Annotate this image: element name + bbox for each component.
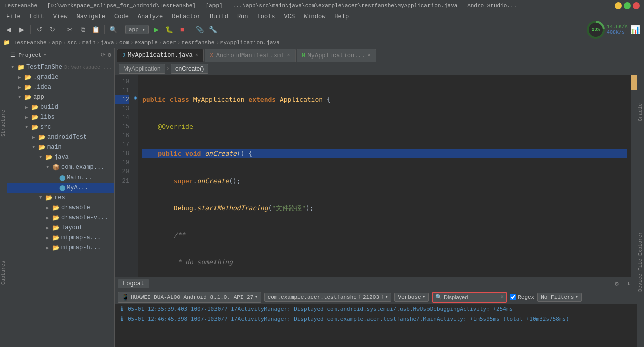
menu-tools[interactable]: Tools <box>253 12 279 21</box>
menu-vcs[interactable]: VCS <box>280 12 299 21</box>
attach-button[interactable]: 📎 <box>194 24 205 35</box>
scrollbar-thumb <box>631 75 637 90</box>
run-config-dropdown[interactable]: app ▾ <box>125 25 149 34</box>
tree-item-idea[interactable]: ▶ 📂 .idea <box>7 82 114 92</box>
tree-item-myapplication[interactable]: ▶ ⬤ MyA... <box>7 183 114 193</box>
tree-item-label: .idea <box>33 84 51 91</box>
network-monitor-button[interactable]: 📊 <box>630 24 641 35</box>
tab-close-myapp2[interactable]: × <box>368 53 371 58</box>
tree-item-mipmap-a[interactable]: ▶ 📂 mipmap-a... <box>7 233 114 243</box>
logcat-content[interactable]: ℹ 05-01 12:35:39.403 1007-1030/? I/Activ… <box>115 304 637 347</box>
tree-item-app[interactable]: ▼ 📂 app <box>7 92 114 102</box>
code-content[interactable]: public class MyApplication extends Appli… <box>138 75 631 277</box>
paste-button[interactable]: 📋 <box>90 24 101 35</box>
menu-help[interactable]: Help <box>330 12 353 21</box>
export-button[interactable]: ⬇ <box>624 279 634 289</box>
tree-item-root[interactable]: ▼ 📁 TestFanShe D:\workspace_... <box>7 62 114 72</box>
tree-item-layout[interactable]: ▶ 📂 layout <box>7 223 114 233</box>
breadcrumb-src[interactable]: src <box>67 40 77 46</box>
editor-scrollbar[interactable] <box>631 75 637 277</box>
search-clear-button[interactable]: × <box>500 294 504 301</box>
tree-item-gradle[interactable]: ▶ 📂 .gradle <box>7 72 114 82</box>
redo-button[interactable]: ↻ <box>47 24 58 35</box>
close-button[interactable] <box>633 2 640 9</box>
regex-checkbox-label[interactable]: Regex <box>510 294 534 300</box>
menu-code[interactable]: Code <box>110 12 133 21</box>
device-selector[interactable]: 📱 HUAWEI DUA-AL00 Android 8.1.0, API 27 … <box>118 292 261 303</box>
tree-item-res[interactable]: ▼ 📂 res <box>7 193 114 203</box>
menu-build[interactable]: Build <box>206 12 232 21</box>
tab-myapplication[interactable]: J MyApplication.java × <box>117 49 204 62</box>
search-filter-input[interactable] <box>444 294 499 300</box>
gradle-panel-label[interactable]: Gradle <box>638 101 643 123</box>
breadcrumb-java[interactable]: java <box>101 40 114 46</box>
device-file-explorer-label[interactable]: Device File Explorer <box>638 230 643 294</box>
breadcrumb-acer[interactable]: acer <box>163 40 176 46</box>
class-breadcrumb[interactable]: MyApplication <box>119 64 165 74</box>
stop-button[interactable]: ■ <box>177 24 188 35</box>
tree-item-libs[interactable]: ▶ 📂 libs <box>7 112 114 122</box>
tree-item-src[interactable]: ▼ 📂 src <box>7 122 114 132</box>
filter-label: No Filters <box>541 294 574 300</box>
menu-file[interactable]: File <box>2 12 25 21</box>
tree-item-androidtest[interactable]: ▶ 📂 androidTest <box>7 132 114 142</box>
tab-myapplication2[interactable]: M MyApplication... × <box>297 49 376 62</box>
filter-selector[interactable]: No Filters ▾ <box>537 293 581 302</box>
breadcrumb-testfanshe2[interactable]: testfanshe <box>181 40 214 46</box>
verbose-dropdown-arrow: ▾ <box>423 294 425 300</box>
breadcrumb-app[interactable]: app <box>52 40 62 46</box>
logcat-tab[interactable]: Logcat <box>118 279 149 288</box>
settings-button[interactable]: ⚙ <box>612 279 622 289</box>
package-selector[interactable]: com.example.acer.testfanshe ( 21203 ) ▾ <box>264 293 392 302</box>
run-button[interactable]: ▶ <box>151 24 162 35</box>
tab-close-manifest[interactable]: × <box>287 53 290 58</box>
copy-button[interactable]: ⧉ <box>77 24 88 35</box>
menu-run[interactable]: Run <box>233 12 252 21</box>
tab-androidmanifest[interactable]: X AndroidManifest.xml × <box>205 49 296 62</box>
maximize-button[interactable] <box>624 2 631 9</box>
regex-checkbox[interactable] <box>510 294 516 300</box>
search-filter-input-container[interactable]: 🔍 × <box>432 292 507 303</box>
java-file-icon-mya: ⬤ <box>59 185 65 191</box>
cut-button[interactable]: ✂ <box>64 24 75 35</box>
back-button[interactable]: ◀ <box>3 24 14 35</box>
breadcrumb-com[interactable]: com <box>119 40 129 46</box>
coverage-button[interactable]: 🔧 <box>207 24 219 35</box>
tree-item-main[interactable]: ▼ 📂 main <box>7 142 114 152</box>
menu-refactor[interactable]: Refactor <box>168 12 205 21</box>
sync-icon[interactable]: ⟳ <box>101 51 106 59</box>
tree-item-package[interactable]: ▼ 📦 com.examp... <box>7 162 114 172</box>
project-dropdown-arrow[interactable]: ▾ <box>44 52 46 58</box>
method-breadcrumb[interactable]: onCreate() <box>171 64 208 74</box>
breadcrumb-main[interactable]: main <box>82 40 95 46</box>
breadcrumb-myapplication[interactable]: MyApplication.java <box>220 40 280 46</box>
captures-panel-label[interactable]: Captures <box>1 259 6 287</box>
tree-item-build[interactable]: ▶ 📂 build <box>7 102 114 112</box>
settings-icon[interactable]: ⚙ <box>108 51 111 59</box>
tree-item-drawable-v[interactable]: ▶ 📂 drawable-v... <box>7 213 114 223</box>
debug-button[interactable]: 🐛 <box>164 24 175 35</box>
tree-item-drawable[interactable]: ▶ 📂 drawable <box>7 203 114 213</box>
tree-item-label: com.examp... <box>61 164 104 171</box>
menu-navigate[interactable]: Navigate <box>72 12 109 21</box>
tab-label-myapp: MyApplication.java <box>128 52 193 59</box>
tree-item-mipmap-h[interactable]: ▶ 📂 mipmap-h... <box>7 243 114 253</box>
menu-analyze[interactable]: Analyze <box>134 12 167 21</box>
tab-close-myapp[interactable]: × <box>195 53 198 58</box>
verbose-selector[interactable]: Verbose ▾ <box>394 293 429 302</box>
bottom-panel: Logcat ⚙ ⬇ 📱 HUAWEI DUA-AL00 Android 8.1… <box>115 277 637 347</box>
gutter-marker-12: ◉ <box>133 93 138 102</box>
undo-button[interactable]: ↺ <box>34 24 45 35</box>
search-button[interactable]: 🔍 <box>108 24 119 35</box>
menu-view[interactable]: View <box>49 12 72 21</box>
menu-edit[interactable]: Edit <box>26 12 48 21</box>
structure-panel-label[interactable]: Structure <box>1 108 6 139</box>
forward-button[interactable]: ▶ <box>16 24 27 35</box>
minimize-button[interactable] <box>615 2 622 9</box>
tree-item-java[interactable]: ▼ 📂 java <box>7 152 114 162</box>
tree-item-mainactivity[interactable]: ▶ ⬤ Main... <box>7 172 114 183</box>
log-line-2: ℹ 05-01 12:46:45.398 1007-1030/? I/Activ… <box>115 314 637 324</box>
menu-window[interactable]: Window <box>300 12 329 21</box>
breadcrumb-example[interactable]: example <box>135 40 158 46</box>
breadcrumb-testfanshe[interactable]: 📁 TestFanShe <box>3 39 47 46</box>
